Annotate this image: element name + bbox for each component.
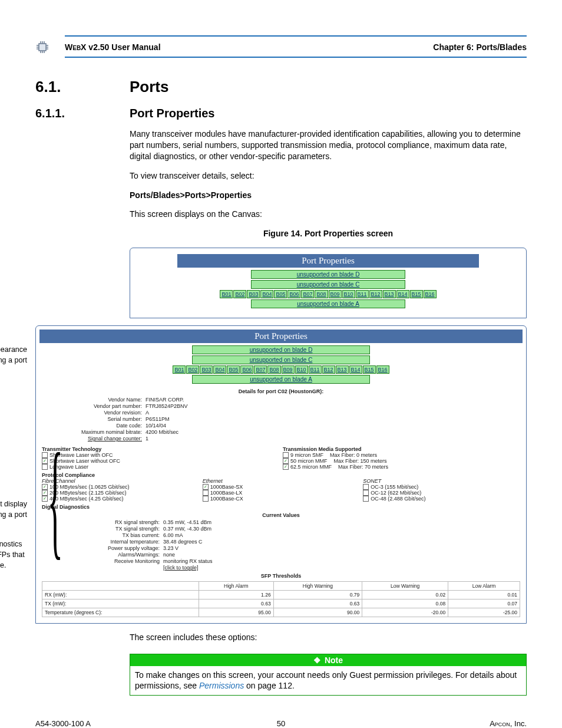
port-cell[interactable]: B15 (363, 365, 376, 374)
panel-title: Port Properties (177, 254, 479, 268)
port-cell[interactable]: B02 (186, 365, 199, 374)
blade-a-row-2[interactable]: unsupported on blade A (192, 375, 370, 384)
port-cell[interactable]: B15 (410, 290, 423, 298)
port-cell[interactable]: B06 (287, 290, 300, 298)
checkbox-icon (363, 496, 369, 502)
port-cell[interactable]: B01 (173, 365, 186, 374)
checkbox-row: 1000Base-CX (203, 496, 360, 502)
port-cell[interactable]: B12 (369, 290, 382, 298)
port-cell[interactable]: B03 (247, 290, 260, 298)
checkbox-icon (363, 484, 369, 490)
port-cell[interactable]: B08 (315, 290, 328, 298)
page-footer: A54-3000-100 A 50 Apcon, Inc. (35, 719, 527, 728)
port-cell[interactable]: B08 (267, 365, 280, 374)
port-cell[interactable]: B10 (342, 290, 355, 298)
company-name: Apcon, Inc. (363, 719, 527, 728)
chapter-title: Chapter 6: Ports/Blades (433, 42, 527, 52)
port-cell[interactable]: B03 (200, 365, 213, 374)
diagnostics-note: Note: Digital Diagnostics display only f… (0, 540, 27, 569)
sonet-title: SONET (363, 478, 381, 484)
detail-row: Vendor Name:FINISAR CORP. (42, 397, 520, 403)
note-title: Note (325, 655, 343, 665)
detail-row: Maximum nominal bitrate:4200 Mbit/sec (42, 429, 520, 435)
nav-path: Ports/Blades>Ports>Properties (130, 190, 527, 201)
checkbox-row: ✓Shortwave Laser without OFC (42, 458, 279, 464)
note-icon: ❖ (313, 655, 321, 665)
checkbox-row: Longwave Laser (42, 464, 279, 470)
checkbox-row: ✓400 MBytes/sec (4.25 Gbit/sec) (42, 496, 199, 502)
port-cell[interactable]: B09 (282, 365, 295, 374)
checkbox-row: 9 micron SMFMax Fiber: 0 meters (283, 452, 520, 458)
intro-paragraph: Many transceiver modules have manufactur… (130, 129, 527, 162)
note-body: To make changes on this screen, your acc… (130, 666, 526, 694)
figure-caption: Figure 14. Port Properties screen (130, 228, 527, 239)
port-cell[interactable]: B16 (424, 290, 437, 298)
port-cell[interactable]: B14 (396, 290, 409, 298)
port-cell[interactable]: B06 (240, 365, 253, 374)
port-cell[interactable]: B09 (329, 290, 342, 298)
section-6-1-1: 6.1.1. Port Properties (35, 107, 527, 120)
brace-icon: { (48, 444, 63, 554)
checkbox-icon (42, 464, 48, 470)
nav-lead: To view transceiver details, select: (130, 170, 527, 182)
port-cell[interactable]: B02 (233, 290, 246, 298)
blade-d-row[interactable]: unsupported on blade D (251, 270, 405, 279)
blade-c-row[interactable]: unsupported on blade C (251, 280, 405, 289)
sfp-thresholds-title: SFP Thresholds (42, 573, 520, 579)
canvas-lead: This screen displays on the Canvas: (130, 209, 527, 220)
checkbox-icon (42, 452, 48, 458)
blade-d-row-2[interactable]: unsupported on blade D (192, 345, 370, 354)
detail-row: Vendor part number:FTRJ8524P2BNV (42, 403, 520, 409)
port-cell[interactable]: B13 (336, 365, 349, 374)
checkbox-icon: ✓ (42, 490, 48, 496)
after-label: Details that display after selecting a p… (0, 500, 27, 519)
port-cell[interactable]: B14 (349, 365, 362, 374)
current-value-row: TX bias current:6.00 mA (42, 532, 520, 538)
ethernet-title: Ethernet (203, 478, 223, 484)
port-details: Details for port C02 (HoustonGR): Vendor… (36, 385, 526, 620)
detail-row: Vendor revision:A (42, 410, 520, 416)
page-number: 50 (199, 719, 363, 728)
checkbox-row: ✓62.5 micron MMFMax Fiber: 70 meters (283, 464, 520, 470)
checkbox-row: OC-3 (155 Mbit/sec) (363, 484, 520, 490)
checkbox-icon: ✓ (42, 484, 48, 490)
table-row: RX (mW):1.260.790.020.01 (42, 591, 520, 599)
current-value-row: RX signal strength:0.35 mW, -4.51 dBm (42, 519, 520, 525)
panel-title-2: Port Properties (39, 330, 523, 343)
transmission-media-title: Transmission Media Supported (283, 446, 520, 452)
port-cell[interactable]: B04 (213, 365, 226, 374)
port-cell[interactable]: B12 (322, 365, 335, 374)
port-cell[interactable]: B01 (220, 290, 233, 298)
table-row: TX (mW):0.630.630.080.07 (42, 599, 520, 608)
port-cell[interactable]: B05 (227, 365, 240, 374)
permissions-link[interactable]: Permissions (199, 681, 244, 690)
current-value-row: Alarms/Warnings:none (42, 552, 520, 558)
checkbox-row: ✓100 MBytes/sec (1.0625 Gbit/sec) (42, 484, 199, 490)
port-cell[interactable]: B10 (295, 365, 308, 374)
port-cell[interactable]: B11 (309, 365, 322, 374)
checkbox-icon: ✓ (283, 458, 289, 464)
port-cell[interactable]: B07 (301, 290, 314, 298)
note-box: ❖ Note To make changes on this screen, y… (130, 654, 527, 695)
options-lead: The screen includes these options: (130, 632, 527, 643)
port-cell[interactable]: B11 (356, 290, 369, 298)
port-cell[interactable]: B07 (254, 365, 267, 374)
port-properties-before-panel: Port Properties unsupported on blade D u… (130, 248, 527, 318)
blade-a-row[interactable]: unsupported on blade A (251, 299, 405, 308)
blade-c-row-2[interactable]: unsupported on blade C (192, 355, 370, 364)
before-label: Screen appearance before selecting a por… (0, 345, 27, 364)
detail-row: Date code:10/14/04 (42, 423, 520, 429)
port-cell[interactable]: B16 (376, 365, 389, 374)
current-value-row: [click to toggle] (42, 565, 520, 571)
checkbox-row: 1000Base-LX (203, 490, 360, 496)
protocol-compliance-title: Protocol Compliance (42, 472, 520, 478)
checkbox-icon (363, 490, 369, 496)
port-cell[interactable]: B05 (274, 290, 287, 298)
checkbox-icon: ✓ (42, 496, 48, 502)
detail-row: Signal change counter:1 (42, 436, 520, 442)
checkbox-icon (203, 496, 209, 502)
thresholds-table: High AlarmHigh WarningLow WarningLow Ala… (42, 581, 520, 617)
port-cell[interactable]: B13 (383, 290, 396, 298)
port-row-b-2: B01B02B03B04B05B06B07B08B09B10B11B12B13B… (36, 365, 526, 374)
port-cell[interactable]: B04 (260, 290, 273, 298)
